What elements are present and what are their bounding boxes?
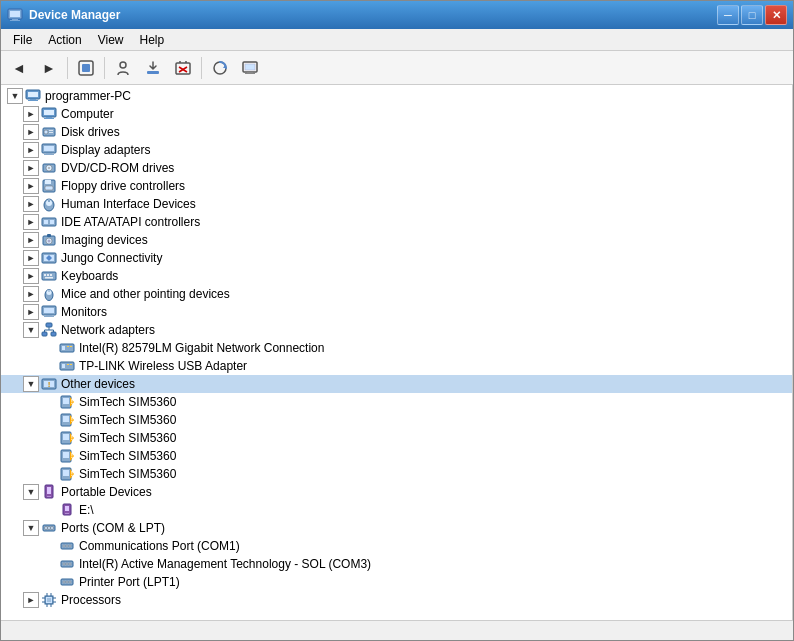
tree-item-simtech3[interactable]: ! SimTech SIM5360: [1, 429, 792, 447]
tree-item-ports[interactable]: ▼ Ports (COM & LPT): [1, 519, 792, 537]
no-expand-simtech3: [41, 430, 57, 446]
jungo-label: Jungo Connectivity: [61, 249, 162, 267]
tree-item-imaging[interactable]: ► Imaging devices: [1, 231, 792, 249]
tree-item-network[interactable]: ▼ Network adapters: [1, 321, 792, 339]
com1-label: Communications Port (COM1): [79, 537, 240, 555]
menu-action[interactable]: Action: [40, 31, 89, 49]
expand-computer[interactable]: ►: [23, 106, 39, 122]
tree-item-disk[interactable]: ► Disk drives: [1, 123, 792, 141]
uninstall-button[interactable]: [169, 55, 197, 81]
svg-rect-104: [47, 496, 51, 497]
svg-rect-54: [47, 274, 49, 276]
close-button[interactable]: ✕: [765, 5, 787, 25]
forward-button[interactable]: ►: [35, 55, 63, 81]
tree-item-intel-amt[interactable]: Intel(R) Active Management Technology - …: [1, 555, 792, 573]
tree-item-root[interactable]: ▼ programmer-PC: [1, 87, 792, 105]
tree-item-portable[interactable]: ▼ Portable Devices: [1, 483, 792, 501]
expand-root[interactable]: ▼: [7, 88, 23, 104]
update-button[interactable]: [139, 55, 167, 81]
tree-item-lpt1[interactable]: Printer Port (LPT1): [1, 573, 792, 591]
intel-amt-icon: [59, 556, 75, 572]
svg-rect-106: [65, 506, 69, 511]
monitor-icon: [41, 304, 57, 320]
svg-rect-5: [82, 64, 90, 72]
tplink-icon: [59, 358, 75, 374]
floppy-label: Floppy drive controllers: [61, 177, 185, 195]
expand-display[interactable]: ►: [23, 142, 39, 158]
simtech3-label: SimTech SIM5360: [79, 429, 176, 447]
expand-portable[interactable]: ▼: [23, 484, 39, 500]
expand-jungo[interactable]: ►: [23, 250, 39, 266]
tree-item-ide[interactable]: ► IDE ATA/ATAPI controllers: [1, 213, 792, 231]
simtech2-icon: !: [59, 412, 75, 428]
expand-dvd[interactable]: ►: [23, 160, 39, 176]
expand-imaging[interactable]: ►: [23, 232, 39, 248]
menu-help[interactable]: Help: [132, 31, 173, 49]
svg-point-119: [69, 563, 71, 565]
disk-label: Disk drives: [61, 123, 120, 141]
title-bar: Device Manager ─ □ ✕: [1, 1, 793, 29]
show-hidden-button[interactable]: [72, 55, 100, 81]
tree-item-keyboards[interactable]: ► Keyboards: [1, 267, 792, 285]
tree-item-jungo[interactable]: ► Jungo Connectivity: [1, 249, 792, 267]
keyboards-label: Keyboards: [61, 267, 118, 285]
svg-rect-72: [62, 346, 65, 350]
network-icon: [41, 322, 57, 338]
tree-item-hid[interactable]: ► Human Interface Devices: [1, 195, 792, 213]
tree-item-display[interactable]: ► Display adapters: [1, 141, 792, 159]
tree-item-simtech4[interactable]: ! SimTech SIM5360: [1, 447, 792, 465]
tree-item-floppy[interactable]: ► Floppy drive controllers: [1, 177, 792, 195]
computer-sub-icon: [41, 106, 57, 122]
tree-item-simtech1[interactable]: ! SimTech SIM5360: [1, 393, 792, 411]
edrive-label: E:\: [79, 501, 94, 519]
expand-floppy[interactable]: ►: [23, 178, 39, 194]
svg-rect-21: [28, 100, 38, 101]
title-bar-left: Device Manager: [7, 7, 120, 23]
device-mgr-button[interactable]: [236, 55, 264, 81]
expand-hid[interactable]: ►: [23, 196, 39, 212]
expand-network[interactable]: ▼: [23, 322, 39, 338]
expand-ide[interactable]: ►: [23, 214, 39, 230]
device-manager-window: Device Manager ─ □ ✕ File Action View He…: [0, 0, 794, 641]
device-tree[interactable]: ▼ programmer-PC ►: [1, 85, 793, 620]
svg-text:!: !: [48, 380, 51, 389]
scan-changes-button[interactable]: [206, 55, 234, 81]
no-expand-simtech4: [41, 448, 57, 464]
minimize-button[interactable]: ─: [717, 5, 739, 25]
toolbar: ◄ ►: [1, 51, 793, 85]
expand-mice[interactable]: ►: [23, 286, 39, 302]
expand-processors[interactable]: ►: [23, 592, 39, 608]
expand-monitors[interactable]: ►: [23, 304, 39, 320]
menu-view[interactable]: View: [90, 31, 132, 49]
svg-rect-63: [44, 316, 54, 317]
expand-keyboards[interactable]: ►: [23, 268, 39, 284]
tree-item-other[interactable]: ▼ ! Other devices: [1, 375, 792, 393]
edrive-icon: [59, 502, 75, 518]
tree-item-processors[interactable]: ► Process: [1, 591, 792, 609]
back-button[interactable]: ◄: [5, 55, 33, 81]
tree-item-mice[interactable]: ► Mice and other pointing devices: [1, 285, 792, 303]
expand-other[interactable]: ▼: [23, 376, 39, 392]
simtech5-label: SimTech SIM5360: [79, 465, 176, 483]
svg-point-49: [48, 240, 51, 243]
tree-item-dvd[interactable]: ► DVD/CD-ROM drives: [1, 159, 792, 177]
tree-item-simtech5[interactable]: ! SimTech SIM5360: [1, 465, 792, 483]
tree-item-monitors[interactable]: ► Monitors: [1, 303, 792, 321]
tree-item-intel-nic[interactable]: Intel(R) 82579LM Gigabit Network Connect…: [1, 339, 792, 357]
dvd-label: DVD/CD-ROM drives: [61, 159, 174, 177]
svg-rect-44: [44, 220, 48, 224]
properties-button[interactable]: [109, 55, 137, 81]
svg-rect-8: [176, 63, 190, 74]
maximize-button[interactable]: □: [741, 5, 763, 25]
tree-item-edrive[interactable]: E:\: [1, 501, 792, 519]
svg-rect-28: [49, 130, 53, 131]
toolbar-sep-1: [67, 57, 68, 79]
tree-item-com1[interactable]: Communications Port (COM1): [1, 537, 792, 555]
tree-item-tplink[interactable]: TP-LINK Wireless USB Adapter: [1, 357, 792, 375]
tree-item-computer[interactable]: ► Computer: [1, 105, 792, 123]
expand-ports[interactable]: ▼: [23, 520, 39, 536]
tree-item-simtech2[interactable]: ! SimTech SIM5360: [1, 411, 792, 429]
menu-file[interactable]: File: [5, 31, 40, 49]
svg-rect-77: [67, 364, 69, 365]
expand-disk[interactable]: ►: [23, 124, 39, 140]
